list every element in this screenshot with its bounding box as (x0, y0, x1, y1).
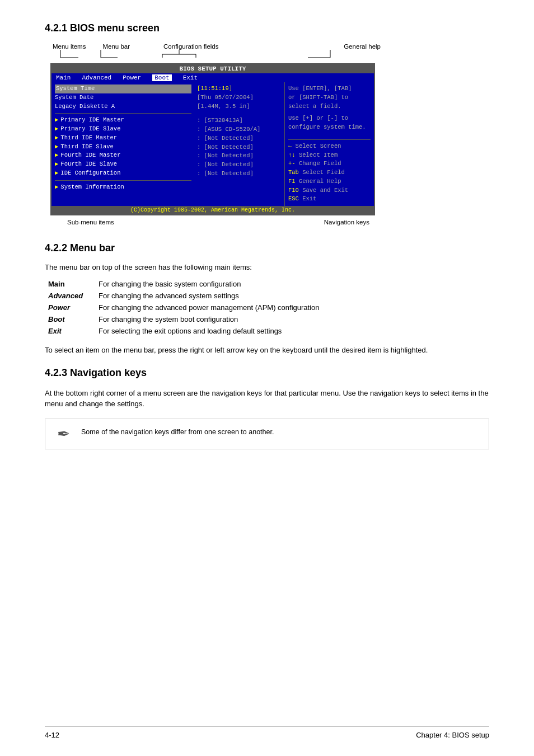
bios-menu-bar: Main Advanced Power Boot Exit (51, 73, 374, 82)
menu-item-desc-boot: For changing the system boot configurati… (95, 313, 489, 325)
bios-diagram-bottom-labels: Sub-menu items Navigation keys (50, 219, 375, 226)
bios-val-primary-slave: : [ASUS CD-S520/A] (197, 125, 282, 134)
bios-menu-advanced: Advanced (82, 74, 111, 81)
bios-nav-general-help: F1 General Help (288, 177, 371, 186)
section-423-description: At the bottom right corner of a menu scr… (45, 388, 489, 410)
bios-nav-select-screen: ← Select Screen (288, 142, 371, 151)
table-row: Main For changing the basic system confi… (45, 278, 489, 290)
bios-bottom-bar: (C)Copyright 1985-2002, American Megatre… (51, 206, 374, 214)
bios-help-line3: select a field. (288, 102, 371, 111)
bios-item-system-date: System Date (55, 93, 191, 102)
bios-nav-select-item: ↑↓ Select Item (288, 151, 371, 160)
bios-nav-select-field: Tab Select Field (288, 168, 371, 177)
menu-item-label-exit: Exit (45, 325, 95, 337)
bios-help-line1: Use [ENTER], [TAB] (288, 84, 371, 93)
page-footer: 4-12 Chapter 4: BIOS setup (45, 726, 489, 739)
bios-menu-boot: Boot (152, 74, 171, 81)
menu-item-label-power: Power (45, 302, 95, 313)
bios-menu-exit: Exit (183, 74, 198, 81)
section-422: 4.2.2 Menu bar The menu bar on top of th… (45, 242, 489, 356)
table-row: Boot For changing the system boot config… (45, 313, 489, 325)
menu-item-label-main: Main (45, 278, 95, 290)
label-config-fields: Configuration fields (163, 43, 218, 50)
bios-item-legacy-diskette: Legacy Diskette A (55, 102, 191, 111)
bios-item-third-ide-slave: ▶Third IDE Slave (55, 143, 191, 152)
bios-val-fourth-master: : [Not Detected] (197, 152, 282, 161)
bios-nav-esc: ESC Exit (288, 195, 371, 204)
bios-item-fourth-ide-master: ▶Fourth IDE Master (55, 151, 191, 160)
note-text: Some of the navigation keys differ from … (81, 425, 274, 438)
bios-item-ide-config: ▶IDE Configuration (55, 169, 191, 178)
label-navigation-keys: Navigation keys (324, 219, 369, 226)
bios-item-system-info: ▶System Information (55, 183, 191, 192)
bios-left-panel: System Time System Date Legacy Diskette … (51, 82, 195, 206)
bios-val-fourth-slave: : [Not Detected] (197, 161, 282, 170)
section-422-description: The menu bar on top of the screen has th… (45, 263, 489, 271)
section-421-heading: 4.2.1 BIOS menu screen (45, 22, 489, 34)
menu-item-label-advanced: Advanced (45, 290, 95, 302)
bios-menu-power: Power (123, 74, 141, 81)
footer-chapter: Chapter 4: BIOS setup (416, 731, 489, 739)
bios-val-ide-config: : [Not Detected] (197, 170, 282, 179)
bios-val-system-date: [Thu 05/07/2004] (197, 93, 282, 102)
bios-help-line2: or [SHIFT-TAB] to (288, 93, 371, 102)
section-422-note: To select an item on the menu bar, press… (45, 345, 489, 356)
bios-nav-change-field: +- Change Field (288, 159, 371, 168)
bios-body: System Time System Date Legacy Diskette … (51, 82, 374, 206)
bios-val-primary-master: : [ST320413A] (197, 116, 282, 125)
bios-right-panel: Use [ENTER], [TAB] or [SHIFT-TAB] to sel… (284, 82, 374, 206)
bios-menu-main: Main (56, 74, 71, 81)
bios-help-line5: configure system time. (288, 123, 371, 132)
bios-item-system-time: System Time (55, 84, 191, 93)
menu-item-desc-main: For changing the basic system configurat… (95, 278, 489, 290)
table-row: Advanced For changing the advanced syste… (45, 290, 489, 302)
bios-val-third-slave: : [Not Detected] (197, 143, 282, 152)
label-general-help: General help (344, 43, 381, 50)
bios-help-line4: Use [+] or [-] to (288, 114, 371, 123)
menu-items-table: Main For changing the basic system confi… (45, 278, 489, 337)
bios-center-panel: [11:51:19] [Thu 05/07/2004] [1.44M, 3.5 … (195, 82, 284, 206)
label-menu-items: Menu items (53, 43, 86, 50)
bios-item-primary-ide-master: ▶Primary IDE Master (55, 116, 191, 125)
bios-diagram: Menu items Menu bar Configuration fields… (45, 43, 489, 226)
menu-item-desc-power: For changing the advanced power manageme… (95, 302, 489, 313)
bios-title-bar: BIOS SETUP UTILITY (51, 64, 374, 73)
bios-nav-save-exit: F10 Save and Exit (288, 186, 371, 195)
bios-item-primary-ide-slave: ▶Primary IDE Slave (55, 125, 191, 134)
table-row: Power For changing the advanced power ma… (45, 302, 489, 313)
label-sub-menu-items: Sub-menu items (67, 219, 114, 226)
bios-val-system-time: [11:51:19] (197, 84, 282, 93)
section-423: 4.2.3 Navigation keys At the bottom righ… (45, 367, 489, 449)
bios-val-legacy: [1.44M, 3.5 in] (197, 102, 282, 111)
table-row: Exit For selecting the exit options and … (45, 325, 489, 337)
footer-page-number: 4-12 (45, 731, 59, 739)
menu-item-label-boot: Boot (45, 313, 95, 325)
note-box: ✒ Some of the navigation keys differ fro… (45, 419, 489, 449)
menu-item-desc-advanced: For changing the advanced system setting… (95, 290, 489, 302)
bios-item-fourth-ide-slave: ▶Fourth IDE Slave (55, 160, 191, 169)
section-422-heading: 4.2.2 Menu bar (45, 242, 489, 254)
label-menu-bar: Menu bar (102, 43, 130, 50)
menu-item-desc-exit: For selecting the exit options and loadi… (95, 325, 489, 337)
note-icon: ✒ (53, 425, 73, 443)
section-423-heading: 4.2.3 Navigation keys (45, 367, 489, 379)
bios-screen: BIOS SETUP UTILITY Main Advanced Power B… (50, 63, 375, 215)
bios-val-third-master: : [Not Detected] (197, 134, 282, 143)
bios-item-third-ide-master: ▶Third IDE Master (55, 134, 191, 143)
